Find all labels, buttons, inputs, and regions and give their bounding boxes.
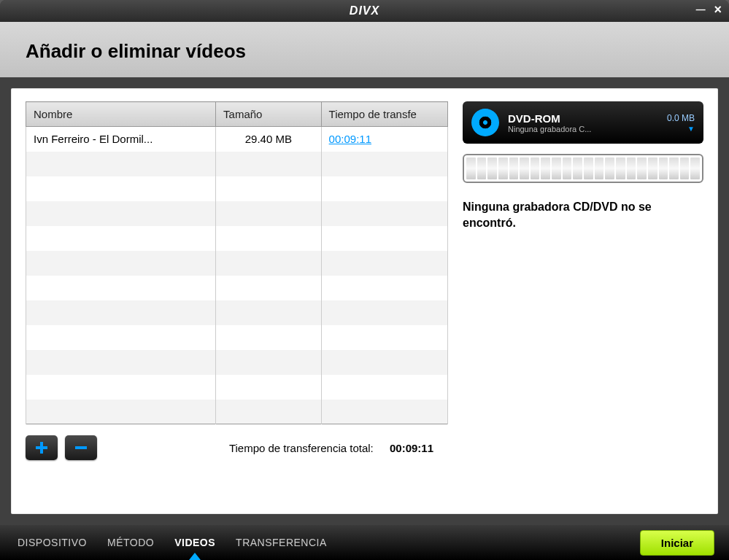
page-title: Añadir o eliminar vídeos: [26, 40, 703, 63]
transfer-time-link[interactable]: 00:09:11: [329, 133, 371, 145]
status-message: Ninguna grabadora CD/DVD no se encontró.: [463, 199, 703, 230]
device-selector[interactable]: DVD-ROM Ninguna grabadora C... 0.0 MB ▼: [463, 101, 703, 144]
page-header: Añadir o eliminar vídeos: [0, 22, 729, 77]
app-window: DIVX ─ × Añadir o eliminar vídeos Nombre…: [0, 0, 729, 560]
cell-time: 00:09:11: [321, 127, 447, 152]
tab-videos[interactable]: VIDEOS: [171, 526, 218, 559]
right-panel: DVD-ROM Ninguna grabadora C... 0.0 MB ▼ …: [463, 101, 703, 507]
chevron-down-icon[interactable]: ▼: [687, 125, 695, 133]
device-subtitle: Ninguna grabadora C...: [508, 125, 658, 133]
titlebar[interactable]: DIVX ─ ×: [0, 0, 729, 22]
device-meta: 0.0 MB ▼: [667, 113, 695, 133]
cell-name: Ivn Ferreiro - El Dormil...: [26, 127, 216, 152]
total-time-value: 00:09:11: [390, 442, 433, 454]
minimize-button[interactable]: ─: [696, 3, 706, 16]
left-panel: Nombre Tamaño Tiempo de transfe Ivn Ferr…: [26, 101, 448, 507]
close-button[interactable]: ×: [714, 3, 722, 16]
device-info: DVD-ROM Ninguna grabadora C...: [508, 112, 658, 133]
remove-video-button[interactable]: [65, 435, 97, 460]
videos-table: Nombre Tamaño Tiempo de transfe Ivn Ferr…: [26, 101, 448, 424]
svg-rect-0: [75, 446, 87, 449]
plus-icon: [34, 440, 49, 455]
device-size: 0.0 MB: [667, 113, 695, 123]
table-row[interactable]: Ivn Ferreiro - El Dormil... 29.40 MB 00:…: [26, 127, 448, 152]
bottom-nav: DISPOSITIVO MÉTODO VIDEOS TRANSFERENCIA …: [0, 525, 729, 560]
device-title: DVD-ROM: [508, 112, 658, 125]
cell-size: 29.40 MB: [216, 127, 322, 152]
add-video-button[interactable]: [26, 435, 58, 460]
total-time: Tiempo de transferencia total: 00:09:11: [229, 442, 448, 454]
start-button[interactable]: Iniciar: [640, 530, 714, 556]
window-controls: ─ ×: [696, 3, 722, 16]
col-header-name[interactable]: Nombre: [26, 102, 216, 127]
capacity-bar: [463, 154, 703, 183]
col-header-time[interactable]: Tiempo de transfe: [321, 102, 447, 127]
table-footer: Tiempo de transferencia total: 00:09:11: [26, 424, 448, 464]
tab-transferencia[interactable]: TRANSFERENCIA: [233, 526, 330, 559]
disc-icon: [471, 109, 499, 136]
content-area: Nombre Tamaño Tiempo de transfe Ivn Ferr…: [11, 88, 718, 514]
total-time-label: Tiempo de transferencia total:: [229, 442, 374, 454]
col-header-size[interactable]: Tamaño: [216, 102, 322, 127]
tab-dispositivo[interactable]: DISPOSITIVO: [15, 526, 90, 559]
minus-icon: [74, 440, 88, 455]
tab-metodo[interactable]: MÉTODO: [104, 526, 157, 559]
app-logo: DIVX: [350, 4, 379, 18]
